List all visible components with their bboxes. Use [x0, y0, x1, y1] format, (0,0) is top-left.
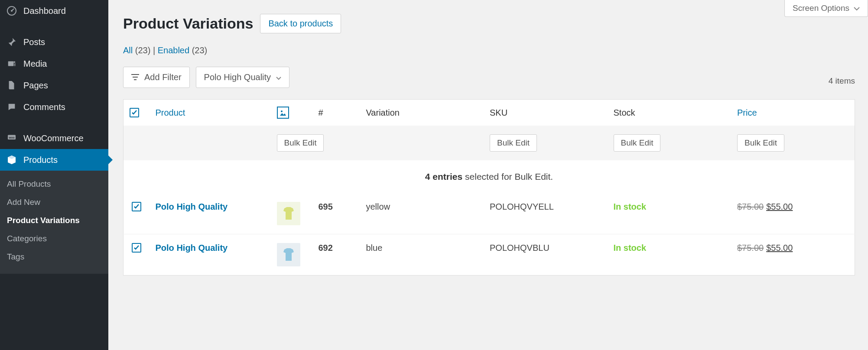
back-to-products-button[interactable]: Back to products [260, 14, 341, 33]
col-price[interactable]: Price [731, 100, 855, 126]
price-old: $75.00 [737, 202, 764, 211]
price-cell: $75.00$55.00 [731, 234, 855, 275]
price-new: $55.00 [766, 243, 793, 253]
add-filter-button[interactable]: Add Filter [123, 67, 190, 88]
sidebar-item-posts[interactable]: Posts [0, 31, 108, 53]
svg-text:woo: woo [8, 136, 15, 139]
variation-sku: POLOHQVBLU [484, 234, 608, 275]
filter-separator: | [153, 45, 158, 55]
bulk-edit-row: Bulk Edit Bulk Edit Bulk Edit Bulk Edit [124, 126, 855, 160]
product-link[interactable]: Polo High Quality [156, 202, 228, 211]
variations-table: Product # Variation SKU Stock Price Bulk… [123, 99, 855, 275]
bulk-edit-price-button[interactable]: Bulk Edit [737, 134, 784, 152]
stock-status: In stock [614, 202, 647, 211]
bulk-edit-sku-button[interactable]: Bulk Edit [490, 134, 537, 152]
product-filter-value: Polo High Quality [204, 72, 271, 82]
select-all-checkbox[interactable] [130, 108, 139, 117]
sidebar-item-label: Pages [23, 81, 48, 91]
variation-sku: POLOHQVYELL [484, 193, 608, 234]
svg-rect-9 [134, 79, 137, 80]
col-variation: Variation [360, 100, 484, 126]
product-thumbnail[interactable] [277, 202, 300, 225]
sidebar-item-label: Products [23, 155, 58, 165]
price-new: $55.00 [766, 202, 793, 211]
svg-point-2 [11, 10, 13, 12]
items-count: 4 items [829, 76, 855, 86]
sidebar-item-products[interactable]: Products [0, 149, 108, 171]
status-filter-links: All (23) | Enabled (23) [123, 45, 855, 55]
table-row: Polo High Quality 692 blue POLOHQVBLU In… [124, 234, 855, 275]
product-thumbnail[interactable] [277, 243, 300, 266]
row-checkbox[interactable] [132, 202, 141, 211]
screen-options-button[interactable]: Screen Options [784, 0, 868, 17]
sidebar-item-label: Media [23, 59, 47, 69]
add-filter-label: Add Filter [144, 72, 182, 82]
variation-id: 692 [319, 243, 333, 253]
filter-enabled-count: (23) [192, 45, 208, 55]
product-link[interactable]: Polo High Quality [156, 243, 228, 253]
table-row: Polo High Quality 695 yellow POLOHQVYELL… [124, 193, 855, 234]
products-icon [6, 154, 17, 165]
bulk-edit-stock-button[interactable]: Bulk Edit [614, 134, 661, 152]
row-checkbox[interactable] [132, 243, 141, 253]
col-sku: SKU [484, 100, 608, 126]
products-submenu: All Products Add New Product Variations … [0, 171, 108, 274]
image-icon [277, 107, 289, 119]
sidebar-item-label: Comments [23, 102, 65, 112]
submenu-tags[interactable]: Tags [0, 248, 108, 266]
col-id: # [312, 100, 360, 126]
media-icon [6, 58, 17, 69]
stock-status: In stock [614, 243, 647, 253]
price-cell: $75.00$55.00 [731, 193, 855, 234]
product-filter-select[interactable]: Polo High Quality [196, 67, 290, 88]
col-stock: Stock [608, 100, 731, 126]
svg-rect-3 [8, 62, 14, 66]
bulk-summary-row: 4 entries selected for Bulk Edit. [124, 160, 855, 193]
dashboard-icon [6, 5, 17, 16]
admin-sidebar: Dashboard Posts Media Pages Comments woo… [0, 0, 108, 350]
sidebar-item-label: WooCommerce [23, 133, 84, 143]
sidebar-item-pages[interactable]: Pages [0, 75, 108, 96]
variation-id: 695 [319, 202, 333, 211]
woocommerce-icon: woo [6, 133, 17, 144]
bulk-summary-suffix: selected for Bulk Edit. [462, 172, 553, 181]
filter-all-link[interactable]: All [123, 45, 133, 55]
submenu-product-variations[interactable]: Product Variations [0, 211, 108, 230]
svg-point-4 [14, 62, 16, 63]
pin-icon [6, 36, 17, 48]
sidebar-item-label: Dashboard [23, 6, 66, 16]
filter-enabled-link[interactable]: Enabled [158, 45, 189, 55]
bulk-summary-count: 4 entries [425, 172, 462, 181]
svg-point-10 [281, 110, 283, 112]
sidebar-item-media[interactable]: Media [0, 53, 108, 75]
col-product[interactable]: Product [150, 100, 271, 126]
sidebar-item-label: Posts [23, 37, 45, 47]
sidebar-item-comments[interactable]: Comments [0, 96, 108, 118]
variation-attr: yellow [360, 193, 484, 234]
select-all-header[interactable] [124, 100, 150, 126]
chevron-down-icon [276, 72, 281, 82]
bulk-edit-image-button[interactable]: Bulk Edit [277, 134, 324, 152]
chevron-down-icon [854, 3, 860, 13]
submenu-all-products[interactable]: All Products [0, 175, 108, 193]
submenu-categories[interactable]: Categories [0, 230, 108, 248]
page-icon [6, 80, 17, 91]
sidebar-item-dashboard[interactable]: Dashboard [0, 0, 108, 22]
comment-icon [6, 101, 17, 113]
variation-attr: blue [360, 234, 484, 275]
screen-options-label: Screen Options [793, 3, 849, 13]
page-title: Product Variations [123, 15, 253, 32]
submenu-add-new[interactable]: Add New [0, 193, 108, 211]
filter-all-count: (23) [135, 45, 151, 55]
sidebar-item-woocommerce[interactable]: woo WooCommerce [0, 127, 108, 149]
svg-rect-7 [131, 74, 139, 75]
svg-rect-8 [133, 77, 138, 78]
filter-toolbar: Add Filter Polo High Quality [123, 67, 855, 88]
main-content: Screen Options Product Variations Back t… [108, 0, 868, 288]
col-image [271, 100, 312, 126]
price-old: $75.00 [737, 243, 764, 253]
filter-icon [131, 72, 139, 82]
